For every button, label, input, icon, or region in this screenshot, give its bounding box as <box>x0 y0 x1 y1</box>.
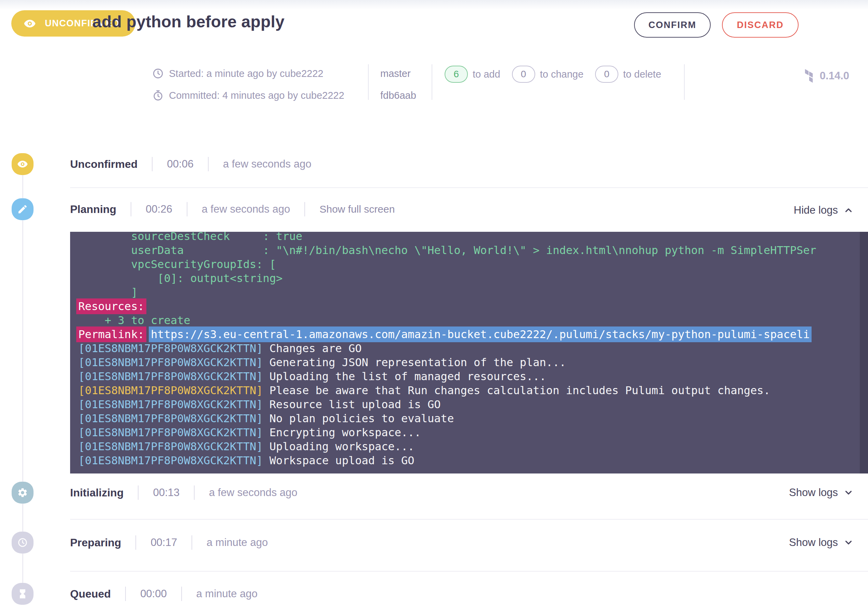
to-delete-count: 0 <box>595 66 618 83</box>
show-logs-label: Show logs <box>789 487 838 499</box>
stage-row-queued: Queued 00:00 a minute ago <box>70 583 258 605</box>
run-meta-times: Started: a minute ago by cube2222 Commit… <box>152 66 345 103</box>
show-logs-toggle-preparing[interactable]: Show logs <box>789 532 854 554</box>
header-actions: CONFIRM DISCARD <box>634 12 798 37</box>
stage-time: a minute ago <box>196 588 258 600</box>
stage-duration: 00:26 <box>146 203 172 216</box>
stage-duration: 00:06 <box>167 158 194 170</box>
divider <box>152 157 152 171</box>
divider <box>130 202 131 216</box>
meta-divider <box>432 64 432 100</box>
stage-label: Queued <box>70 588 111 600</box>
show-logs-label: Show logs <box>789 536 838 549</box>
terraform-version: 0.14.0 <box>803 68 849 84</box>
commit-sha: fdb6aab <box>380 88 416 103</box>
divider <box>187 202 188 216</box>
discard-button[interactable]: DISCARD <box>722 12 798 37</box>
stage-row-planning: Planning 00:26 a few seconds ago Show fu… <box>70 198 395 220</box>
planning-stage-pencil-icon <box>12 198 34 220</box>
stage-label: Planning <box>70 203 116 216</box>
confirm-button[interactable]: CONFIRM <box>634 12 711 37</box>
eye-icon <box>23 17 36 30</box>
top-fade <box>0 0 868 9</box>
started-meta: Started: a minute ago by cube2222 <box>152 66 345 81</box>
stage-divider <box>70 188 868 188</box>
committed-text: Committed: 4 minutes ago by cube2222 <box>169 90 345 101</box>
branch-name: master <box>380 66 416 81</box>
terminal-scrollbar[interactable] <box>860 232 868 473</box>
clock-icon <box>152 68 164 79</box>
initializing-stage-gear-icon <box>12 482 34 504</box>
to-add-count: 6 <box>445 66 468 83</box>
run-details-page: UNCONFIRMED add python before apply CONF… <box>0 0 868 614</box>
queued-stage-hourglass-icon <box>12 583 34 605</box>
divider <box>304 202 305 216</box>
stage-duration: 00:17 <box>151 536 177 549</box>
change-summary: 6 to add 0 to change 0 to delete <box>445 66 661 83</box>
stage-time: a minute ago <box>207 536 268 549</box>
stage-row-preparing: Preparing 00:17 a minute ago <box>70 532 268 554</box>
to-delete-group: 0 to delete <box>595 66 661 83</box>
timeline-line <box>22 164 23 594</box>
terminal-log: sourceDestCheck : true userData : "\n#!/… <box>70 232 868 468</box>
divider <box>208 157 209 171</box>
stage-duration: 00:00 <box>140 588 167 600</box>
divider <box>135 535 136 550</box>
divider <box>194 485 195 500</box>
meta-divider <box>684 64 685 100</box>
stage-time: a few seconds ago <box>209 487 298 499</box>
to-change-group: 0 to change <box>512 66 584 83</box>
unconfirmed-stage-eye-icon <box>12 153 34 175</box>
meta-divider <box>368 64 369 100</box>
planning-log-terminal[interactable]: sourceDestCheck : true userData : "\n#!/… <box>70 232 868 473</box>
divider <box>138 485 138 500</box>
show-logs-toggle-initializing[interactable]: Show logs <box>789 482 854 504</box>
stage-label: Preparing <box>70 536 121 549</box>
to-change-count: 0 <box>512 66 535 83</box>
started-text: Started: a minute ago by cube2222 <box>169 68 323 79</box>
committed-meta: Committed: 4 minutes ago by cube2222 <box>152 88 345 103</box>
terraform-version-text: 0.14.0 <box>820 70 849 82</box>
stage-time: a few seconds ago <box>223 158 312 170</box>
stage-row-unconfirmed: Unconfirmed 00:06 a few seconds ago <box>70 153 311 175</box>
chevron-down-icon <box>843 487 854 498</box>
hide-logs-label: Hide logs <box>794 204 838 216</box>
hide-logs-toggle[interactable]: Hide logs <box>794 199 854 221</box>
terraform-icon <box>803 69 816 83</box>
to-add-label: to add <box>473 69 500 80</box>
stage-time: a few seconds ago <box>202 203 290 216</box>
stage-row-initializing: Initializing 00:13 a few seconds ago <box>70 482 298 504</box>
show-full-screen-link[interactable]: Show full screen <box>320 203 395 215</box>
divider <box>191 535 192 550</box>
chevron-down-icon <box>843 537 854 548</box>
chevron-up-icon <box>843 205 854 216</box>
to-delete-label: to delete <box>623 69 661 80</box>
run-title: add python before apply <box>92 12 284 31</box>
stage-divider <box>70 519 868 519</box>
to-change-label: to change <box>540 69 584 80</box>
stage-label: Initializing <box>70 487 123 499</box>
preparing-stage-clock-icon <box>12 532 34 554</box>
stage-divider <box>70 571 868 572</box>
divider <box>181 587 182 601</box>
to-add-group: 6 to add <box>445 66 500 83</box>
stage-duration: 00:13 <box>153 487 180 499</box>
stopwatch-icon <box>152 90 164 101</box>
stage-label: Unconfirmed <box>70 158 138 171</box>
run-meta-commit: master fdb6aab <box>380 66 416 103</box>
divider <box>125 587 126 601</box>
